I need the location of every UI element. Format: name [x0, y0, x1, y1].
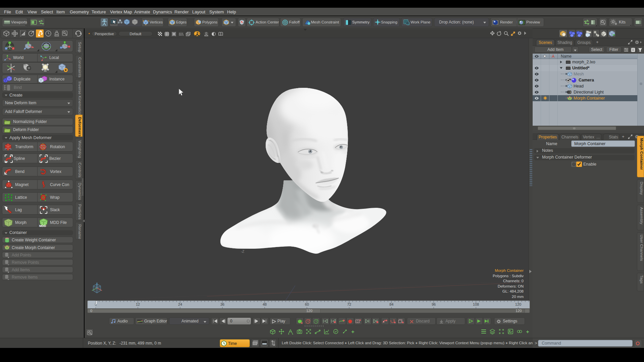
- svg-text:GL: 484,208: GL: 484,208: [502, 289, 524, 293]
- svg-text:Deformers: ON: Deformers: ON: [498, 284, 524, 288]
- svg-text:12: 12: [136, 302, 140, 306]
- svg-text:60: 60: [305, 302, 309, 306]
- svg-text:48: 48: [263, 302, 267, 306]
- svg-text:20 mm: 20 mm: [512, 295, 524, 299]
- svg-text:108: 108: [473, 302, 479, 306]
- svg-text:-Z: -Z: [241, 249, 245, 253]
- svg-text:36: 36: [220, 302, 224, 306]
- svg-text:Polygons : Subdiv: Polygons : Subdiv: [493, 274, 524, 278]
- svg-text:MDD: MDD: [39, 224, 46, 227]
- svg-text:84: 84: [389, 302, 393, 306]
- svg-text:72: 72: [347, 302, 351, 306]
- svg-text:120: 120: [515, 302, 521, 306]
- svg-text:96: 96: [432, 302, 436, 306]
- svg-text:Morph Container: Morph Container: [495, 268, 524, 273]
- svg-text:24: 24: [178, 302, 182, 306]
- svg-text:Channels: 0: Channels: 0: [503, 279, 524, 283]
